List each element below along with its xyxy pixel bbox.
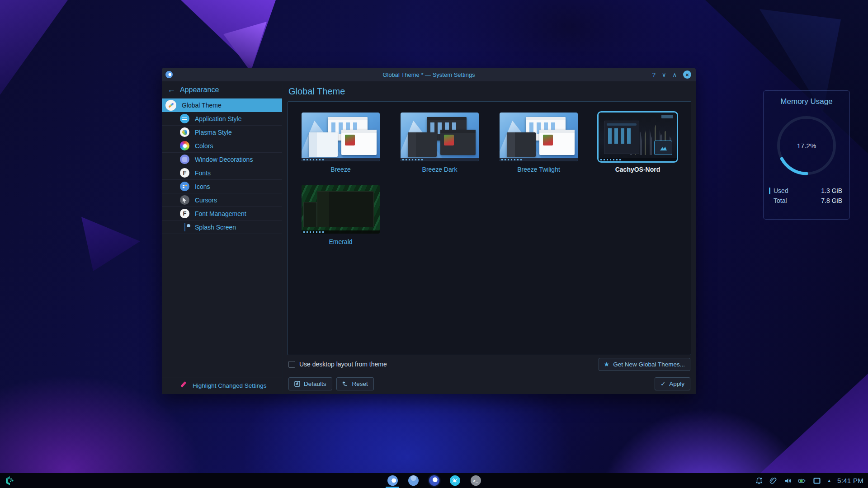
- memory-used-row: Used 1.3 GiB: [764, 186, 849, 196]
- checkmark-icon: ✓: [660, 380, 665, 387]
- wallpaper-shape: [741, 374, 868, 473]
- global-theme-icon: [165, 100, 176, 111]
- settings-sidebar: ← Appearance Global Theme Application St…: [162, 81, 283, 394]
- sidebar-item-colors[interactable]: Colors: [162, 139, 282, 153]
- memory-percent: 17.2%: [773, 112, 840, 179]
- theme-card-cachyos-nord[interactable]: CachyOS-Nord: [599, 113, 677, 173]
- app-launcher-button[interactable]: [4, 475, 15, 486]
- used-label: Used: [774, 187, 821, 194]
- get-new-global-themes-button[interactable]: ★ Get New Global Themes...: [599, 358, 690, 371]
- taskbar: >_ ▲ 5:41 PM: [0, 473, 868, 488]
- clipboard-icon[interactable]: [769, 476, 778, 485]
- system-settings-task-icon: [387, 475, 398, 486]
- used-marker: [769, 188, 770, 194]
- colors-icon: [180, 141, 189, 150]
- sidebar-list: Global Theme Application Style Plasma St…: [162, 99, 282, 377]
- plasma-style-icon: [180, 127, 189, 137]
- system-settings-window: Global Theme * — System Settings ? ∨ ∧ ×…: [162, 68, 696, 394]
- task-browser[interactable]: [427, 473, 441, 488]
- cachyos-nord-preview[interactable]: [599, 113, 677, 161]
- breeze-preview[interactable]: [302, 113, 380, 161]
- notifications-icon[interactable]: [755, 476, 763, 485]
- total-value: 7.8 GiB: [821, 197, 842, 204]
- fonts-icon: F: [180, 168, 189, 178]
- task-system-settings[interactable]: [385, 473, 400, 488]
- used-value: 1.3 GiB: [821, 187, 842, 194]
- star-icon: ★: [604, 361, 610, 368]
- cachyos-app-task-icon: [450, 475, 460, 486]
- sidebar-item-application-style[interactable]: Application Style: [162, 112, 282, 126]
- theme-card-emerald[interactable]: Emerald: [302, 185, 380, 245]
- theme-card-breeze[interactable]: Breeze: [302, 113, 380, 173]
- window-title: Global Theme * — System Settings: [162, 71, 696, 78]
- task-cachyos-app[interactable]: [448, 473, 462, 488]
- memory-gauge: 17.2%: [773, 112, 840, 179]
- total-label: Total: [774, 197, 821, 204]
- cursors-icon: [180, 195, 189, 205]
- breeze-twilight-preview[interactable]: [500, 113, 578, 161]
- task-manager: >_: [385, 473, 483, 488]
- back-to-appearance[interactable]: ← Appearance: [162, 81, 282, 99]
- minimize-button[interactable]: ∨: [662, 72, 666, 78]
- back-arrow-icon[interactable]: ←: [167, 85, 175, 94]
- cachyos-logo-icon: [4, 475, 15, 486]
- breeze-dark-preview[interactable]: [401, 113, 479, 161]
- appearance-label: Appearance: [180, 86, 219, 94]
- reset-icon: [342, 381, 349, 387]
- defaults-button[interactable]: Defaults: [288, 377, 332, 390]
- wallpaper-shape: [0, 0, 68, 95]
- emerald-preview[interactable]: [302, 185, 380, 234]
- system-tray: ▲ 5:41 PM: [755, 476, 868, 485]
- titlebar[interactable]: Global Theme * — System Settings ? ∨ ∧ ×: [162, 68, 696, 81]
- theme-card-breeze-dark[interactable]: Breeze Dark: [401, 113, 479, 173]
- window-decorations-icon: [180, 155, 189, 164]
- help-button[interactable]: ?: [652, 72, 656, 78]
- browser-task-icon: [429, 475, 439, 486]
- file-manager-task-icon: [408, 475, 419, 486]
- font-management-icon: F: [180, 209, 189, 218]
- battery-icon[interactable]: [798, 476, 807, 485]
- system-settings-icon: [165, 71, 173, 78]
- screen-layout-icon[interactable]: [812, 476, 821, 485]
- sidebar-item-window-decorations[interactable]: Window Decorations: [162, 153, 282, 166]
- sidebar-item-plasma-style[interactable]: Plasma Style: [162, 126, 282, 139]
- sidebar-item-global-theme[interactable]: Global Theme: [162, 99, 282, 112]
- icons-icon: [180, 182, 189, 191]
- sidebar-item-icons[interactable]: Icons: [162, 180, 282, 193]
- defaults-icon: [294, 381, 300, 387]
- volume-icon[interactable]: [783, 476, 792, 485]
- sidebar-item-fonts[interactable]: F Fonts: [162, 166, 282, 180]
- use-desktop-layout-label: Use desktop layout from theme: [299, 361, 387, 368]
- tray-expand-arrow[interactable]: ▲: [827, 478, 831, 483]
- global-theme-page: Global Theme Breeze Breeze Dark: [283, 81, 696, 394]
- reset-button[interactable]: Reset: [336, 377, 374, 390]
- sidebar-item-font-management[interactable]: F Font Management: [162, 207, 282, 221]
- close-button[interactable]: ×: [683, 70, 691, 79]
- maximize-button[interactable]: ∧: [672, 72, 677, 78]
- clock[interactable]: 5:41 PM: [837, 477, 863, 484]
- wallpaper-shape: [81, 217, 140, 271]
- memory-usage-widget: Memory Usage 17.2% Used 1.3 GiB Total 7.…: [763, 90, 850, 220]
- task-terminal[interactable]: >_: [468, 473, 483, 488]
- memory-total-row: Total 7.8 GiB: [764, 196, 849, 206]
- page-title: Global Theme: [288, 86, 345, 97]
- application-style-icon: [180, 114, 189, 123]
- use-desktop-layout-checkbox[interactable]: [288, 361, 295, 368]
- terminal-task-icon: >_: [471, 475, 481, 486]
- theme-grid: Breeze Breeze Dark Breeze Twilight: [302, 113, 677, 245]
- sidebar-item-cursors[interactable]: Cursors: [162, 193, 282, 207]
- sidebar-item-splash-screen[interactable]: Splash Screen: [162, 221, 282, 234]
- highlight-brush-icon: [180, 382, 187, 389]
- task-file-manager[interactable]: [406, 473, 420, 488]
- theme-list-view[interactable]: Breeze Breeze Dark Breeze Twilight: [288, 101, 691, 355]
- memory-widget-title: Memory Usage: [780, 97, 832, 106]
- highlight-changed-settings[interactable]: Highlight Changed Settings: [162, 377, 282, 394]
- theme-card-breeze-twilight[interactable]: Breeze Twilight: [500, 113, 578, 173]
- apply-button[interactable]: ✓ Apply: [655, 377, 690, 390]
- splash-screen-icon: [180, 222, 189, 232]
